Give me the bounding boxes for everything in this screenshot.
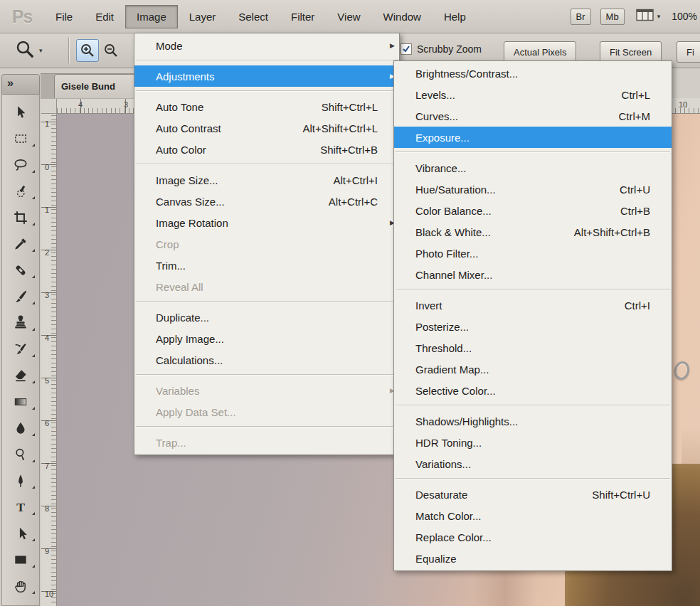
path-selection-tool[interactable] [2, 520, 39, 546]
move-icon [13, 105, 28, 120]
menu-help[interactable]: Help [433, 5, 477, 28]
eyedropper-icon [13, 236, 28, 252]
move-tool[interactable] [2, 99, 39, 125]
menu-item-canvas-size[interactable]: Canvas Size...Alt+Ctrl+C [134, 191, 399, 212]
scrubby-zoom-label: Scrubby Zoom [417, 43, 482, 55]
menu-item-selective-color[interactable]: Selective Color... [394, 380, 672, 401]
document-tab[interactable]: Gisele Bund [54, 74, 137, 98]
tools-panel: T [1, 95, 40, 606]
menu-item-vibrance[interactable]: Vibrance... [394, 157, 672, 179]
launch-bridge-button[interactable]: Br [571, 9, 591, 25]
quick-selection-tool[interactable] [2, 178, 39, 204]
actual-pixels-button[interactable]: Actual Pixels [504, 41, 576, 63]
menu-item-exposure[interactable]: Exposure... [394, 127, 672, 148]
menu-item-match-color[interactable]: Match Color... [394, 505, 672, 526]
history-brush-tool[interactable] [2, 336, 39, 362]
pen-icon [13, 473, 28, 489]
menu-item-label: Variables [156, 385, 199, 397]
v-ruler-number: 5 [45, 376, 49, 385]
healing-brush-tool[interactable] [2, 257, 39, 283]
menu-layer[interactable]: Layer [178, 5, 228, 28]
scrubby-zoom-checkbox[interactable] [401, 43, 412, 55]
gradient-tool[interactable] [2, 388, 39, 415]
menu-item-apply-image[interactable]: Apply Image... [134, 328, 399, 349]
tools-panel-collapse-button[interactable]: » [1, 74, 40, 95]
menu-item-auto-tone[interactable]: Auto ToneShift+Ctrl+L [134, 96, 399, 117]
menu-item-variations[interactable]: Variations... [394, 453, 672, 474]
menu-item-duplicate[interactable]: Duplicate... [134, 307, 399, 328]
menu-window[interactable]: Window [372, 5, 433, 28]
zoom-tool-preset[interactable]: ▾ [14, 38, 43, 63]
menu-image[interactable]: Image [125, 5, 178, 28]
fill-screen-button[interactable]: Fi [677, 41, 700, 63]
menu-item-trim[interactable]: Trim... [134, 255, 399, 276]
menu-item-shadows-highlights[interactable]: Shadows/Highlights... [394, 410, 672, 432]
menu-view[interactable]: View [326, 5, 371, 28]
menu-separator [136, 164, 398, 165]
menu-item-shortcut: Ctrl+I [625, 299, 656, 312]
menu-item-calculations[interactable]: Calculations... [134, 349, 399, 371]
zoom-tool-icon [14, 38, 36, 63]
menu-item-equalize[interactable]: Equalize [394, 548, 672, 569]
menu-item-channel-mixer[interactable]: Channel Mixer... [394, 264, 672, 285]
menu-item-label: Vibrance... [415, 162, 466, 174]
type-tool[interactable]: T [2, 494, 39, 520]
hand-tool[interactable] [2, 573, 39, 599]
v-ruler-number: 9 [45, 547, 49, 556]
menu-item-label: Black & White... [415, 226, 491, 238]
menu-item-label: Color Balance... [415, 205, 492, 217]
eraser-tool[interactable] [2, 362, 39, 388]
blur-tool[interactable] [2, 415, 39, 441]
menu-item-mode[interactable]: Mode▶ [134, 35, 399, 56]
rectangle-tool[interactable] [2, 546, 39, 573]
lasso-tool[interactable] [2, 152, 39, 178]
menu-item-replace-color[interactable]: Replace Color... [394, 526, 672, 548]
menu-item-levels[interactable]: Levels...Ctrl+L [394, 84, 672, 105]
menu-item-shortcut: Alt+Shift+Ctrl+B [574, 226, 656, 238]
menu-separator [396, 289, 670, 290]
eyedropper-tool[interactable] [2, 230, 39, 257]
clone-stamp-tool[interactable] [2, 309, 39, 336]
zoom-out-button[interactable] [100, 39, 122, 62]
crop-tool[interactable] [2, 204, 39, 230]
menu-item-invert[interactable]: InvertCtrl+I [394, 294, 672, 316]
menu-item-hdr-toning[interactable]: HDR Toning... [394, 432, 672, 453]
menu-item-black-white[interactable]: Black & White...Alt+Shift+Ctrl+B [394, 221, 672, 243]
menu-item-photo-filter[interactable]: Photo Filter... [394, 243, 672, 264]
menu-item-auto-contrast[interactable]: Auto ContrastAlt+Shift+Ctrl+L [134, 117, 399, 139]
menu-item-variables: Variables▶ [134, 380, 399, 401]
menu-item-threshold[interactable]: Threshold... [394, 337, 672, 358]
menu-item-label: Invert [415, 299, 442, 312]
menu-item-brightness-contrast[interactable]: Brightness/Contrast... [394, 63, 672, 84]
v-ruler-number: 1 [45, 206, 49, 214]
menu-filter[interactable]: Filter [280, 5, 326, 28]
menu-item-hue-saturation[interactable]: Hue/Saturation...Ctrl+U [394, 179, 672, 200]
fit-screen-button[interactable]: Fit Screen [600, 41, 662, 63]
zoom-level-indicator[interactable]: 100% [672, 11, 697, 22]
menu-item-color-balance[interactable]: Color Balance...Ctrl+B [394, 200, 672, 221]
dodge-tool[interactable] [2, 441, 39, 467]
menu-file[interactable]: File [44, 5, 84, 28]
menu-edit[interactable]: Edit [84, 5, 125, 28]
menu-item-shortcut: Ctrl+M [618, 110, 656, 122]
zoom-in-button[interactable] [76, 39, 99, 62]
pen-tool[interactable] [2, 467, 39, 494]
menu-item-label: Replace Color... [415, 531, 492, 543]
screen-mode-button[interactable]: ▾ [634, 6, 663, 26]
launch-minibridge-button[interactable]: Mb [600, 9, 625, 25]
menu-item-posterize[interactable]: Posterize... [394, 316, 672, 337]
menu-item-label: Levels... [415, 89, 455, 101]
menu-item-image-size[interactable]: Image Size...Alt+Ctrl+I [134, 169, 399, 191]
rectangular-marquee-tool[interactable] [2, 125, 39, 152]
menu-item-desaturate[interactable]: DesaturateShift+Ctrl+U [394, 484, 672, 505]
menu-select[interactable]: Select [227, 5, 280, 28]
scrubby-zoom-option[interactable]: Scrubby Zoom [401, 43, 482, 55]
menu-item-label: Selective Color... [415, 385, 496, 397]
menu-item-adjustments[interactable]: Adjustments▶ [134, 65, 399, 87]
menu-item-gradient-map[interactable]: Gradient Map... [394, 358, 672, 380]
menu-item-image-rotation[interactable]: Image Rotation▶ [134, 212, 399, 233]
menu-item-auto-color[interactable]: Auto ColorShift+Ctrl+B [134, 139, 399, 160]
menu-item-curves[interactable]: Curves...Ctrl+M [394, 105, 672, 127]
brush-tool[interactable] [2, 283, 39, 309]
crop-icon [13, 210, 28, 225]
